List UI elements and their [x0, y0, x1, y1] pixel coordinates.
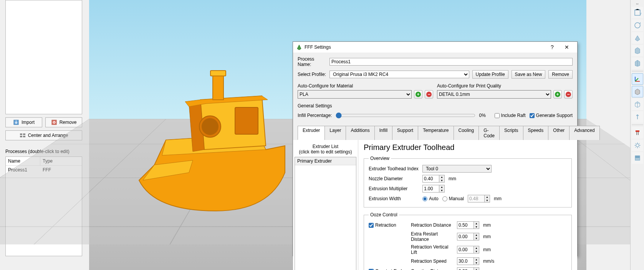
- material-remove-button[interactable]: −: [425, 90, 433, 99]
- update-profile-button[interactable]: Update Profile: [472, 70, 508, 79]
- svg-point-12: [635, 23, 640, 28]
- material-add-button[interactable]: +: [414, 90, 422, 99]
- auto-quality-label: Auto-Configure for Print Quality: [437, 83, 573, 89]
- svg-point-16: [636, 144, 639, 147]
- spin-down-icon[interactable]: ▼: [439, 179, 444, 182]
- svg-rect-1: [52, 120, 56, 125]
- generate-support-checkbox[interactable]: [530, 113, 535, 118]
- retract-dist-label: Retraction Distance: [411, 222, 453, 228]
- model-list[interactable]: [5, 0, 82, 114]
- svg-rect-5: [23, 136, 25, 137]
- extruder-list[interactable]: Primary Extruder: [295, 157, 356, 270]
- overview-group: Overview Extruder Toolhead Index Tool 0 …: [364, 156, 572, 207]
- svg-rect-3: [23, 133, 25, 135]
- width-manual-radio[interactable]: [442, 196, 447, 201]
- svg-rect-18: [635, 156, 640, 158]
- remove-profile-button[interactable]: Remove: [548, 70, 573, 79]
- view-rotate-icon[interactable]: [632, 20, 643, 31]
- quality-remove-button[interactable]: −: [564, 90, 573, 99]
- import-icon: [13, 119, 19, 125]
- view-side-icon[interactable]: [632, 58, 643, 69]
- coast-end-checkbox[interactable]: [369, 269, 374, 270]
- tab-gcode[interactable]: G-Code: [478, 126, 500, 140]
- view-default-icon[interactable]: [632, 7, 643, 18]
- normals-view-icon[interactable]: [632, 111, 643, 123]
- axes-icon[interactable]: [632, 73, 643, 85]
- tab-extruder[interactable]: Extruder: [298, 126, 325, 140]
- tab-support[interactable]: Support: [392, 126, 418, 140]
- retraction-checkbox[interactable]: [369, 223, 374, 228]
- include-raft-checkbox[interactable]: [495, 113, 500, 118]
- save-as-new-button[interactable]: Save as New: [512, 70, 546, 79]
- import-label: Import: [22, 120, 35, 125]
- right-toolbar: ↔: [630, 0, 644, 270]
- retract-dist-input[interactable]: [457, 221, 474, 229]
- mult-label: Extrusion Multiplier: [369, 186, 419, 191]
- remove-label: Remove: [60, 120, 77, 125]
- svg-rect-15: [638, 132, 639, 135]
- tab-layer[interactable]: Layer: [324, 126, 346, 140]
- import-button[interactable]: Import: [5, 117, 42, 127]
- support-preview-icon[interactable]: [632, 127, 643, 138]
- extruder-list-hint: (click item to edit settings): [299, 149, 352, 155]
- remove-model-button[interactable]: Remove: [45, 117, 82, 127]
- width-label: Extrusion Width: [369, 196, 419, 201]
- fff-settings-dialog: FFF Settings ? ✕ Process Name: Select Pr…: [293, 41, 578, 256]
- tab-infill[interactable]: Infill: [374, 126, 392, 140]
- extruder-list-item[interactable]: Primary Extruder: [295, 157, 356, 165]
- wireframe-view-icon[interactable]: [632, 99, 643, 110]
- generate-support-label: Generate Support: [536, 113, 573, 118]
- ooze-legend: Ooze Control: [369, 212, 399, 217]
- extruder-list-label: Extruder List: [313, 144, 338, 149]
- cross-section-icon[interactable]: [632, 152, 643, 164]
- svg-rect-4: [20, 136, 22, 137]
- quality-add-button[interactable]: +: [553, 90, 562, 99]
- svg-rect-14: [636, 132, 637, 135]
- extra-restart-input[interactable]: [457, 233, 474, 240]
- view-top-icon[interactable]: [632, 32, 643, 44]
- settings-gear-icon[interactable]: [632, 140, 643, 151]
- retract-speed-input[interactable]: [457, 257, 474, 265]
- tab-additions[interactable]: Additions: [346, 126, 374, 140]
- vert-lift-input[interactable]: [457, 246, 474, 254]
- coast-dist-input[interactable]: [457, 267, 474, 270]
- mult-input[interactable]: [422, 185, 439, 193]
- toolbar-expand-icon[interactable]: ↔: [636, 2, 639, 6]
- svg-rect-10: [210, 71, 226, 76]
- tab-other[interactable]: Other: [548, 126, 570, 140]
- svg-rect-2: [20, 133, 22, 135]
- quality-select[interactable]: DETAIL 0.1mm: [437, 90, 551, 99]
- tab-scripts[interactable]: Scripts: [499, 126, 523, 140]
- process-name-input[interactable]: [329, 58, 573, 66]
- select-profile-label: Select Profile:: [298, 72, 326, 77]
- width-auto-radio[interactable]: [422, 196, 427, 201]
- help-button[interactable]: ?: [545, 42, 560, 53]
- model-3d-benchy[interactable]: [131, 65, 300, 219]
- material-select[interactable]: PLA: [298, 90, 412, 99]
- tab-strip: Extruder Layer Additions Infill Support …: [298, 125, 573, 140]
- svg-rect-13: [636, 130, 639, 132]
- tab-advanced[interactable]: Advanced: [569, 126, 599, 140]
- spin-up-icon[interactable]: ▲: [439, 175, 444, 179]
- vert-lift-label: Retraction Vertical Lift: [411, 244, 453, 255]
- nozzle-input[interactable]: [422, 175, 439, 183]
- process-name-label: Process Name:: [298, 56, 326, 67]
- svg-point-8: [202, 118, 219, 135]
- primary-extruder-heading: Primary Extruder Toolhead: [364, 143, 572, 152]
- tab-speeds[interactable]: Speeds: [523, 126, 549, 140]
- solid-view-icon[interactable]: [632, 86, 643, 97]
- auto-material-label: Auto-Configure for Material: [298, 83, 433, 89]
- nozzle-label: Nozzle Diameter: [369, 176, 419, 181]
- unit-mm: mm: [449, 176, 460, 181]
- tab-temperature[interactable]: Temperature: [418, 126, 454, 140]
- infill-slider[interactable]: [336, 112, 475, 119]
- width-input: [468, 195, 485, 202]
- tab-cooling[interactable]: Cooling: [454, 126, 479, 140]
- toolhead-index-label: Extruder Toolhead Index: [369, 166, 419, 171]
- close-button[interactable]: ✕: [560, 42, 574, 53]
- view-front-icon[interactable]: [632, 45, 643, 56]
- general-settings-label: General Settings: [298, 103, 573, 109]
- profile-select[interactable]: Original Prusa i3 MK2 RC4: [329, 71, 469, 78]
- toolhead-index-select[interactable]: Tool 0: [422, 165, 492, 173]
- ooze-group: Ooze Control Retraction Retraction Dista…: [364, 212, 572, 270]
